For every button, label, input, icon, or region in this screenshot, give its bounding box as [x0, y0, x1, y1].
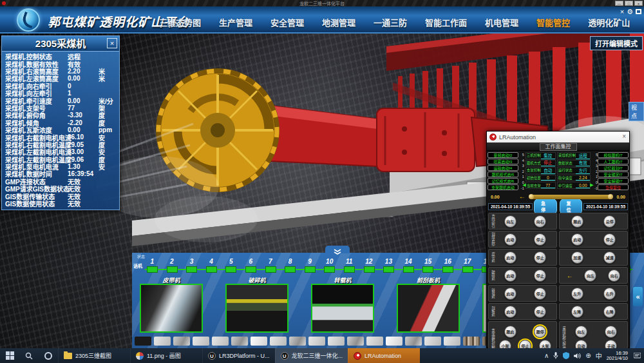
camera-thumbnail-破碎机[interactable] — [225, 284, 289, 333]
camera-thumbnail-转载机[interactable] — [311, 284, 374, 333]
round-button-加速[interactable]: 加速 — [571, 251, 583, 264]
filmstrip-frame[interactable] — [154, 337, 171, 346]
open-edit-mode-button[interactable]: 打开编辑模式 — [590, 36, 643, 50]
round-button-停止[interactable]: 停止 — [534, 233, 546, 246]
filmstrip-frame[interactable] — [424, 337, 441, 346]
nav-item-2[interactable]: 生产管理 — [210, 15, 261, 30]
filmstrip-frame[interactable] — [173, 337, 190, 346]
filmstrip-frame[interactable] — [212, 337, 229, 346]
round-button-跟停[interactable]: 跟停 — [534, 326, 546, 338]
shearer-position-slider[interactable] — [531, 195, 612, 199]
unit-status-square[interactable] — [280, 266, 300, 273]
round-button-停止[interactable]: 停止 — [534, 270, 546, 282]
round-button-向右[interactable]: 向右 — [534, 215, 546, 228]
round-button-向左[interactable]: 向左 — [504, 215, 516, 228]
round-button-启动[interactable]: 启动 — [504, 251, 516, 264]
chevron-up-icon[interactable]: ∧ — [544, 352, 549, 359]
reset-button[interactable]: 复位 — [560, 199, 582, 215]
nav-item-7[interactable]: 机电管理 — [476, 15, 527, 30]
round-button-停止[interactable]: 停止 — [534, 251, 546, 264]
cortana-button[interactable] — [39, 348, 58, 363]
minimize-button[interactable]: — — [615, 1, 623, 6]
taskbar-task[interactable]: 11.png - 画图 — [130, 348, 202, 363]
lr-right-func-button[interactable]: 记忆截割f7 — [598, 165, 629, 171]
unit-status-square[interactable] — [339, 266, 359, 273]
lr-right-func-button[interactable]: 安全解锁f7 — [598, 178, 629, 184]
nav-item-1[interactable]: 三维态势图 — [150, 15, 210, 30]
collapse-strip-button[interactable] — [325, 246, 350, 253]
nav-item-8[interactable]: 智能管控 — [527, 15, 579, 30]
filmstrip-frame[interactable] — [405, 337, 422, 346]
unit-status-square[interactable] — [142, 266, 162, 273]
unit-status-square[interactable] — [261, 266, 281, 273]
unit-status-square[interactable] — [458, 266, 478, 273]
taskbar-task[interactable]: U龙软二三维一体化... — [275, 348, 348, 363]
round-button-减速[interactable]: 减速 — [603, 251, 616, 264]
tools-icon[interactable]: × — [620, 8, 624, 15]
filmstrip-frame[interactable] — [193, 337, 209, 346]
estop-button[interactable]: 急停 — [534, 199, 556, 215]
unit-status-square[interactable] — [319, 266, 339, 273]
round-button-左升[interactable]: 左升 — [571, 288, 583, 300]
nav-item-6[interactable]: 智能工作面 — [416, 15, 476, 30]
round-button-顺启[interactable]: 顺启 — [571, 215, 583, 228]
ime-indicator[interactable]: 中 — [596, 351, 602, 360]
close-button[interactable]: × — [634, 1, 643, 6]
nav-item-4[interactable]: 地测管理 — [313, 15, 365, 30]
round-button-向左[interactable]: 向左 — [575, 326, 587, 338]
panel-close-icon[interactable]: × — [107, 38, 117, 48]
round-button-启动[interactable]: 启动 — [504, 288, 516, 300]
filmstrip-frame[interactable] — [328, 337, 345, 346]
gear-icon[interactable]: ⚙ — [627, 8, 633, 15]
taskbar-task[interactable]: ULR3DPlatform - U... — [202, 348, 275, 363]
camera-thumbnail-皮带机[interactable] — [140, 284, 203, 333]
taskbar-task[interactable]: 2305三维截图 — [58, 348, 130, 363]
round-button-左降[interactable]: 左降 — [571, 306, 583, 318]
round-button-停止[interactable]: 停止 — [534, 288, 546, 300]
unit-status-square[interactable] — [202, 266, 222, 273]
round-button-启动[interactable]: 启动 — [571, 233, 583, 246]
workface-control-tab[interactable]: 工作面集控 — [540, 143, 577, 151]
round-button-总停[interactable]: 总停 — [603, 215, 616, 228]
unit-status-square[interactable] — [241, 266, 261, 273]
start-button[interactable] — [0, 348, 19, 363]
round-button-右升[interactable]: 右升 — [603, 288, 616, 300]
lr-left-func-button[interactable]: 变频启动f2 — [488, 152, 518, 158]
lr-left-func-button[interactable]: 支架跟机启动 — [488, 184, 518, 190]
fit-window-icon[interactable] — [636, 9, 641, 14]
filmstrip-frame[interactable] — [463, 337, 480, 346]
filmstrip-frame[interactable] — [251, 337, 267, 346]
speaker-icon[interactable] — [574, 353, 581, 359]
shield-icon[interactable] — [563, 352, 569, 359]
filmstrip-frame[interactable] — [270, 337, 287, 346]
lr-left-func-button[interactable]: 喷雾启动f3 — [488, 159, 518, 164]
round-button-跟启[interactable]: 跟启 — [504, 326, 516, 338]
round-button-停止[interactable]: 停止 — [534, 306, 546, 318]
lr-right-func-button[interactable]: 安全锁定f7 — [598, 172, 629, 177]
lr-left-func-button[interactable]: 记忆模式启f6 — [488, 178, 518, 184]
nav-item-5[interactable]: 一通三防 — [365, 15, 416, 30]
mic-icon[interactable] — [553, 352, 558, 359]
unit-status-square[interactable] — [182, 266, 202, 273]
round-button-向右[interactable]: 向右 — [608, 270, 620, 282]
panel-collapse-button[interactable]: « — [633, 287, 643, 306]
nav-item-9[interactable]: 透明化矿山 — [579, 15, 639, 30]
lr-right-func-button[interactable]: 人工跟机f7 — [598, 159, 629, 164]
clock[interactable]: 16:39 2021/4/10 — [607, 351, 628, 361]
unit-status-square[interactable] — [359, 266, 379, 273]
network-icon[interactable]: ⊕ — [585, 352, 591, 359]
search-button[interactable] — [19, 348, 39, 363]
round-button-右降[interactable]: 右降 — [603, 306, 616, 318]
taskbar-task[interactable]: LRAutomation — [348, 348, 420, 363]
viewpoint-tag[interactable]: 视点 — [629, 102, 644, 121]
filmstrip-frame[interactable] — [231, 337, 248, 346]
filmstrip-frame[interactable] — [444, 337, 460, 346]
unit-status-square[interactable] — [399, 266, 419, 273]
filmstrip-frame[interactable] — [289, 337, 306, 346]
lr-left-func-button[interactable]: 运输启动f4 — [488, 165, 518, 171]
filmstrip-frame[interactable] — [386, 337, 402, 346]
unit-status-square[interactable] — [418, 266, 438, 273]
filmstrip-frame[interactable] — [366, 337, 383, 346]
lr-close-icon[interactable]: × — [622, 133, 626, 140]
unit-status-square[interactable] — [379, 266, 399, 273]
